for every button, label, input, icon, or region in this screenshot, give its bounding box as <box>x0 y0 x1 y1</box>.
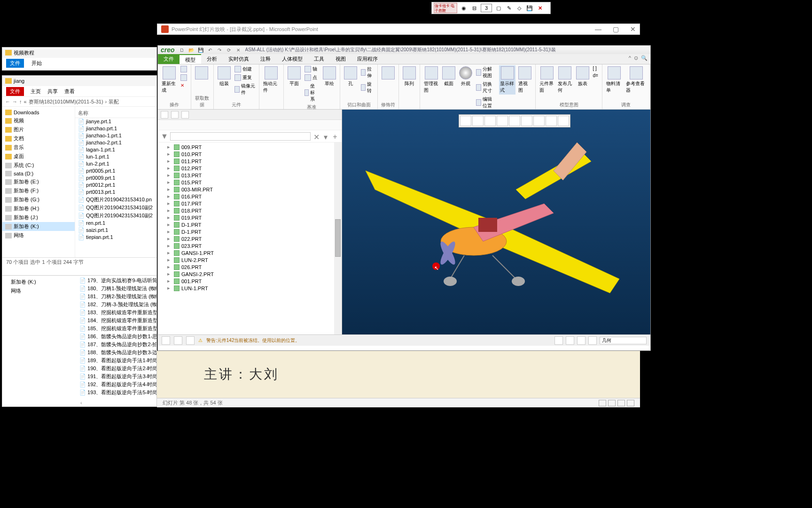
file-item[interactable]: 📄 jianzhao-1.prt.1 <box>75 132 156 139</box>
plane-button[interactable]: 平面 <box>287 65 302 88</box>
expand-arrow-icon[interactable]: ▸ <box>167 207 172 214</box>
component-interface-button[interactable]: 元件界面 <box>539 65 555 95</box>
section-button[interactable]: 截面 <box>441 65 456 88</box>
params-button[interactable]: [ ] <box>592 65 599 71</box>
expand-arrow-icon[interactable]: ▸ <box>167 186 172 192</box>
expand-arrow-icon[interactable]: ▸ <box>167 278 172 284</box>
nav-up-icon[interactable]: ↑ <box>19 99 22 104</box>
pp-view-normal[interactable] <box>599 400 606 406</box>
list-item[interactable]: 📄 185、挖掘机锻造零件重新造型逆向 <box>78 325 156 333</box>
file-item[interactable]: 📄 tiepian.prt.1 <box>75 234 156 241</box>
expand-arrow-icon[interactable]: ▸ <box>167 193 172 199</box>
tree-item[interactable]: 图片 <box>2 125 75 134</box>
minimize-button[interactable]: — <box>595 25 601 33</box>
expand-arrow-icon[interactable]: ▸ <box>167 165 172 171</box>
undo-icon[interactable]: ↶ <box>207 47 213 53</box>
save-icon[interactable]: 💾 <box>526 4 533 12</box>
mirror-button[interactable]: 镜像元件 <box>234 82 257 96</box>
model-tree-item[interactable]: ▸GANSI-2.PRT <box>158 270 342 278</box>
vp-btn-8[interactable] <box>546 116 557 126</box>
list-item[interactable]: 📄 189、看图起版逆向手法1-时尚面盆 <box>78 357 156 365</box>
model-tree-filter-input[interactable] <box>170 132 311 141</box>
list-item[interactable]: 📄 190、看图起版逆向手法2-时尚面盆 <box>78 365 156 373</box>
tree-item[interactable]: 新加卷 (K:) <box>2 278 78 286</box>
op-sbtn-2[interactable] <box>180 74 188 81</box>
tab-manikin[interactable]: 人体模型 <box>276 54 308 64</box>
expand-arrow-icon[interactable]: ▸ <box>167 179 172 185</box>
model-tree-item[interactable]: ▸019.PRT <box>158 214 342 221</box>
nav-back-icon[interactable]: ← <box>5 99 10 104</box>
file-item[interactable]: 📄 lun-2.prt.1 <box>75 160 156 167</box>
list-item[interactable]: 📄 192、看图起版逆向手法4-时尚面盆 <box>78 381 156 389</box>
file-item[interactable]: 📄 QQ图片20190423153410.pn <box>75 196 156 204</box>
model-tree-item[interactable]: ▸003-MIR.PRT <box>158 186 342 193</box>
tab-tools[interactable]: 工具 <box>308 54 330 64</box>
regen-icon[interactable]: ⟳ <box>226 47 232 53</box>
status-btn-1[interactable] <box>162 336 170 345</box>
expand-arrow-icon[interactable]: ▸ <box>167 257 172 263</box>
tree-item[interactable]: 网络 <box>2 286 78 295</box>
family-table-button[interactable]: 族表 <box>575 65 590 88</box>
tab-file[interactable]: 文件 <box>158 54 180 64</box>
tree-item[interactable]: 新加卷 (H:) <box>2 204 75 213</box>
tool-btn-2[interactable]: ⊟ <box>470 4 478 12</box>
vp-btn-7[interactable] <box>533 116 545 126</box>
file-item[interactable]: 📄 lun-1.prt.1 <box>75 153 156 160</box>
model-tree-item[interactable]: ▸015.PRT <box>158 179 342 186</box>
explorer2-menu-home[interactable]: 主页 <box>31 88 41 95</box>
expand-arrow-icon[interactable]: ▸ <box>167 229 172 235</box>
op-sbtn-1[interactable] <box>180 65 188 73</box>
sketch-button[interactable]: 草绘 <box>322 65 337 88</box>
ribbon-help-icon[interactable]: ⊙ <box>634 55 638 63</box>
list-item[interactable]: 📄 193、看图起版逆向手法5-时尚面盆 <box>78 389 156 397</box>
tree-item[interactable]: 桌面 <box>2 152 75 161</box>
file-item[interactable]: 📄 jianzhao-2.prt.1 <box>75 139 156 146</box>
relations-button[interactable]: d= <box>592 72 599 79</box>
vp-btn-3[interactable] <box>484 116 496 126</box>
model-tree-item[interactable]: ▸LUN-1.PRT <box>158 285 342 292</box>
list-item[interactable]: 📄 187、骷髅头饰品逆向抄数2-拍照 <box>78 341 156 349</box>
pp-view-reading[interactable] <box>617 400 625 406</box>
vp-btn-4[interactable] <box>497 116 508 126</box>
mt-btn-3[interactable] <box>181 111 189 119</box>
list-item[interactable]: 📄 186、骷髅头饰品逆向抄数1-思路 <box>78 333 156 341</box>
tab-view[interactable]: 视图 <box>330 54 351 64</box>
status-r-btn-2[interactable] <box>566 336 574 345</box>
explorer1-menu-home[interactable]: 开始 <box>31 60 42 67</box>
mt-btn-1[interactable] <box>161 111 168 119</box>
expand-arrow-icon[interactable]: ▸ <box>167 214 172 221</box>
model-tree-item[interactable]: ▸010.PRT <box>158 151 342 158</box>
model-tree-item[interactable]: ▸017.PRT <box>158 200 342 207</box>
filter-dropdown-icon[interactable]: ▾ <box>322 133 329 140</box>
tab-apps[interactable]: 应用程序 <box>351 54 383 64</box>
close-icon[interactable]: ✕ <box>536 4 544 12</box>
op-delete-icon[interactable]: ✕ <box>180 82 188 88</box>
revolve-button[interactable]: 旋转 <box>360 80 375 95</box>
model-tree-scrollbar[interactable] <box>334 143 342 334</box>
expand-arrow-icon[interactable]: ▸ <box>167 271 172 277</box>
list-item[interactable]: 📄 184、挖掘机锻造零件重新造型逆向 <box>78 317 156 325</box>
get-data-button[interactable] <box>194 65 209 80</box>
expand-arrow-icon[interactable]: ▸ <box>167 285 172 291</box>
model-tree-item[interactable]: ▸D-1.PRT <box>158 228 342 235</box>
tree-item[interactable]: 新加卷 (J:) <box>2 213 75 222</box>
file-item[interactable]: 📄 prt0009.prt.1 <box>75 175 156 182</box>
list-item[interactable]: 📄 191、看图起版逆向手法3-时尚面盆 <box>78 373 156 381</box>
file-item[interactable]: 📄 lagan-1.prt.1 <box>75 146 156 153</box>
new-icon[interactable]: 🗋 <box>179 47 185 53</box>
open-icon[interactable]: 📂 <box>188 47 195 53</box>
perspective-button[interactable]: 透视图 <box>517 65 532 95</box>
3d-viewport[interactable]: ↖ <box>342 110 650 334</box>
expand-arrow-icon[interactable]: ▸ <box>167 236 172 242</box>
tab-analyze[interactable]: 分析 <box>201 54 223 64</box>
tree-item[interactable]: 网络 <box>2 231 75 240</box>
model-tree-item[interactable]: ▸009.PRT <box>158 143 342 151</box>
tree-item[interactable]: 音乐 <box>2 143 75 152</box>
expand-arrow-icon[interactable]: ▸ <box>167 243 172 249</box>
files-header-name[interactable]: 名称 <box>75 109 156 118</box>
model-tree-item[interactable]: ▸012.PRT <box>158 165 342 172</box>
manage-view-button[interactable]: 管理视图 <box>423 65 439 95</box>
file-item[interactable]: 📄 jianzhao.prt.1 <box>75 125 156 132</box>
vp-btn-5[interactable] <box>509 116 520 126</box>
tree-item[interactable]: 系统 (C:) <box>2 161 75 170</box>
